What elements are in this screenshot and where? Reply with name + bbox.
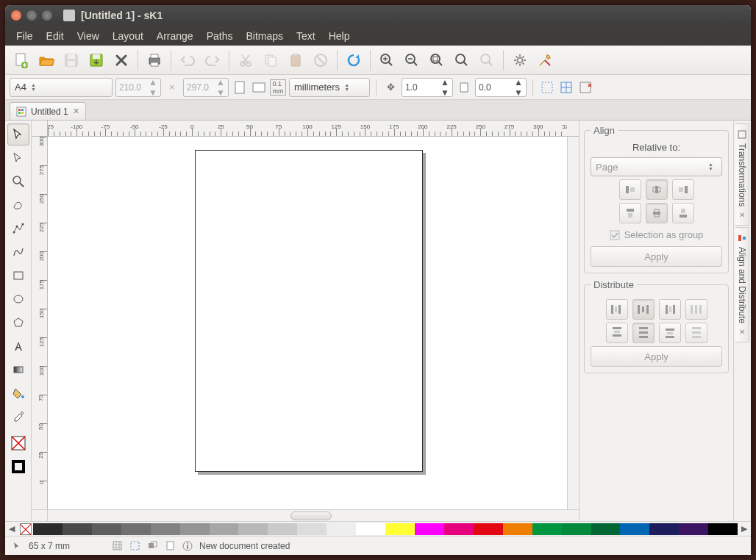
polyline-tool[interactable]	[7, 218, 29, 240]
color-swatch[interactable]	[151, 523, 180, 535]
palette-prev-button[interactable]: ◀	[5, 524, 18, 534]
freehand-tool[interactable]	[7, 194, 29, 216]
color-swatch[interactable]	[121, 523, 151, 535]
preferences-button[interactable]	[508, 49, 532, 72]
color-swatch[interactable]	[474, 523, 503, 535]
zoom-selection-button[interactable]	[475, 49, 499, 72]
color-swatch[interactable]	[297, 523, 327, 535]
page-width-input[interactable]: 210.0▲▼	[115, 78, 161, 97]
menu-text[interactable]: Text	[290, 27, 322, 45]
snap-grid-icon[interactable]	[111, 540, 123, 552]
polygon-tool[interactable]	[7, 312, 29, 334]
zoom-out-button[interactable]	[400, 49, 424, 72]
zoom-fit-button[interactable]	[425, 49, 449, 72]
menu-edit[interactable]: Edit	[40, 27, 71, 45]
cut-button[interactable]	[234, 49, 257, 72]
title-bar[interactable]: [Untitled 1] - sK1	[5, 5, 751, 26]
align-top-button[interactable]	[619, 203, 641, 223]
units-combo[interactable]: millimeters▲▼	[289, 78, 370, 97]
portrait-icon[interactable]	[232, 79, 248, 96]
align-center-h-button[interactable]	[646, 179, 668, 200]
distribute-gaps-h-button[interactable]	[685, 299, 707, 320]
color-swatch[interactable]	[503, 523, 532, 535]
window-close-button[interactable]	[11, 10, 21, 21]
align-apply-button[interactable]: Apply	[591, 246, 722, 267]
close-tab-icon[interactable]: ✕	[73, 107, 79, 116]
menu-view[interactable]: View	[71, 27, 106, 45]
print-button[interactable]	[143, 49, 166, 72]
color-swatch[interactable]	[679, 523, 708, 535]
align-bottom-button[interactable]	[672, 203, 694, 223]
color-swatch[interactable]	[415, 523, 444, 535]
snap-object-icon[interactable]	[146, 540, 158, 552]
offset-input[interactable]: 0.0▲▼	[475, 78, 527, 97]
menu-bitmaps[interactable]: Bitmaps	[239, 27, 290, 45]
lock-icon[interactable]: ×	[164, 79, 180, 96]
menu-layout[interactable]: Layout	[106, 27, 150, 45]
color-swatch[interactable]	[562, 523, 591, 535]
paste-button[interactable]	[284, 49, 307, 72]
color-swatch[interactable]	[620, 523, 649, 535]
gradient-tool[interactable]	[7, 359, 29, 381]
color-swatch[interactable]	[649, 523, 679, 535]
color-swatch[interactable]	[708, 523, 738, 535]
color-swatch[interactable]	[238, 523, 268, 535]
close-icon[interactable]: ✕	[738, 328, 746, 336]
snap-guides-icon[interactable]	[129, 540, 140, 552]
refresh-button[interactable]	[342, 49, 365, 72]
menu-file[interactable]: File	[10, 27, 40, 45]
color-swatch[interactable]	[327, 523, 356, 535]
copy-button[interactable]	[259, 49, 282, 72]
delete-button[interactable]	[309, 49, 332, 72]
distribute-gaps-v-button[interactable]	[685, 323, 707, 343]
align-center-v-button[interactable]	[646, 203, 668, 223]
rectangle-tool[interactable]	[7, 265, 29, 287]
page-height-input[interactable]: 297.0▲▼	[183, 78, 229, 97]
selection-as-group-check[interactable]: Selection as group	[591, 229, 722, 240]
distribute-bottom-button[interactable]	[659, 323, 681, 343]
snap-button[interactable]	[558, 79, 574, 96]
distribute-left-button[interactable]	[606, 299, 628, 320]
menu-paths[interactable]: Paths	[200, 27, 240, 45]
save-button[interactable]	[60, 49, 83, 72]
open-button[interactable]	[35, 49, 58, 72]
select-tool[interactable]	[7, 123, 29, 146]
zoom-100-button[interactable]	[450, 49, 474, 72]
guides-button[interactable]	[539, 79, 555, 96]
color-swatch[interactable]	[33, 523, 63, 535]
color-swatch[interactable]	[532, 523, 562, 535]
distribute-apply-button[interactable]: Apply	[591, 346, 722, 367]
vertical-ruler[interactable]: 3002752502252001751501251007550250-25	[32, 137, 48, 509]
landscape-icon[interactable]	[251, 79, 267, 96]
window-minimize-button[interactable]	[26, 10, 37, 21]
new-document-button[interactable]	[10, 49, 33, 72]
menu-help[interactable]: Help	[322, 27, 357, 45]
close-icon[interactable]: ✕	[738, 211, 746, 219]
palette-next-button[interactable]: ▶	[738, 524, 751, 534]
horizontal-scrollbar[interactable]	[32, 509, 579, 521]
fill-indicator[interactable]	[7, 432, 29, 454]
scrollbar-thumb[interactable]	[290, 511, 332, 520]
align-right-button[interactable]	[672, 179, 694, 200]
distribute-center-h-button[interactable]	[632, 299, 655, 320]
color-swatch[interactable]	[268, 523, 297, 535]
canvas[interactable]	[48, 137, 567, 509]
color-swatch[interactable]	[92, 523, 121, 535]
scale-input[interactable]: 1.0▲▼	[402, 78, 453, 97]
save-as-button[interactable]	[85, 49, 108, 72]
horizontal-ruler[interactable]: -125-100-75-50-2502550751001251501752002…	[48, 121, 567, 137]
color-swatch[interactable]	[180, 523, 210, 535]
vertical-scrollbar[interactable]	[567, 137, 579, 509]
color-swatch[interactable]	[591, 523, 621, 535]
no-fill-swatch[interactable]	[20, 523, 32, 535]
document-tab[interactable]: Untitled 1 ✕	[10, 102, 86, 120]
menu-arrange[interactable]: Arrange	[150, 27, 200, 45]
ruler-origin[interactable]	[32, 121, 48, 137]
node-tool[interactable]	[7, 147, 29, 169]
tab-transformations[interactable]: Transformations✕	[735, 123, 749, 226]
color-swatch[interactable]	[356, 523, 385, 535]
distribute-center-v-button[interactable]	[632, 323, 655, 343]
close-button[interactable]	[110, 49, 133, 72]
tools-button[interactable]	[533, 49, 557, 72]
zoom-tool[interactable]	[7, 170, 29, 193]
